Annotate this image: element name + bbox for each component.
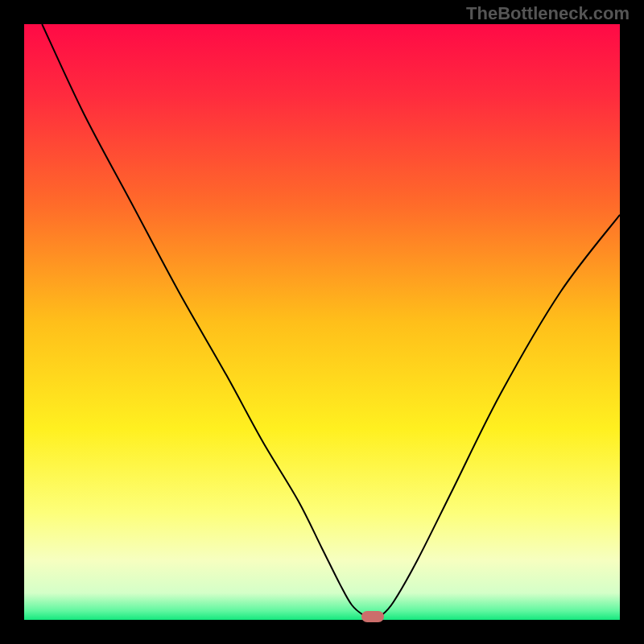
bottleneck-curve <box>42 24 620 617</box>
chart-frame: TheBottleneck.com <box>0 0 644 644</box>
optimal-marker <box>361 611 384 622</box>
curve-layer <box>24 24 620 620</box>
plot-area <box>24 24 620 620</box>
watermark-text: TheBottleneck.com <box>466 3 630 24</box>
